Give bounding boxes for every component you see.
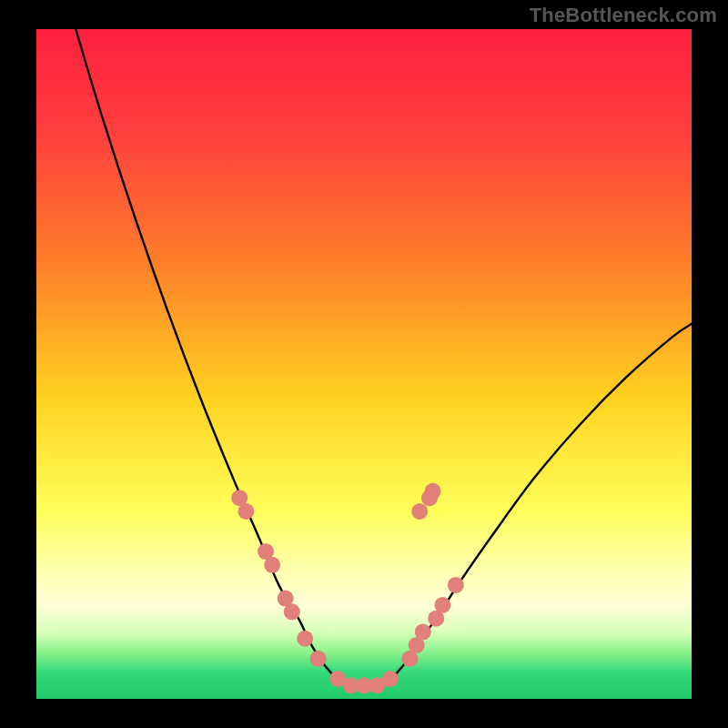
data-point bbox=[434, 597, 450, 613]
plot-svg bbox=[36, 29, 692, 699]
data-point bbox=[238, 503, 254, 520]
plot-area bbox=[36, 29, 692, 699]
data-point bbox=[264, 557, 280, 573]
watermark-text: TheBottleneck.com bbox=[530, 4, 717, 27]
data-point bbox=[425, 483, 441, 500]
data-point bbox=[382, 671, 399, 687]
data-point bbox=[297, 631, 313, 647]
data-point bbox=[411, 503, 428, 520]
data-point bbox=[284, 603, 300, 620]
data-point bbox=[415, 623, 431, 640]
chart-frame: TheBottleneck.com bbox=[0, 0, 728, 728]
data-point bbox=[310, 651, 327, 667]
data-point bbox=[448, 577, 464, 593]
plot-background bbox=[36, 29, 692, 699]
